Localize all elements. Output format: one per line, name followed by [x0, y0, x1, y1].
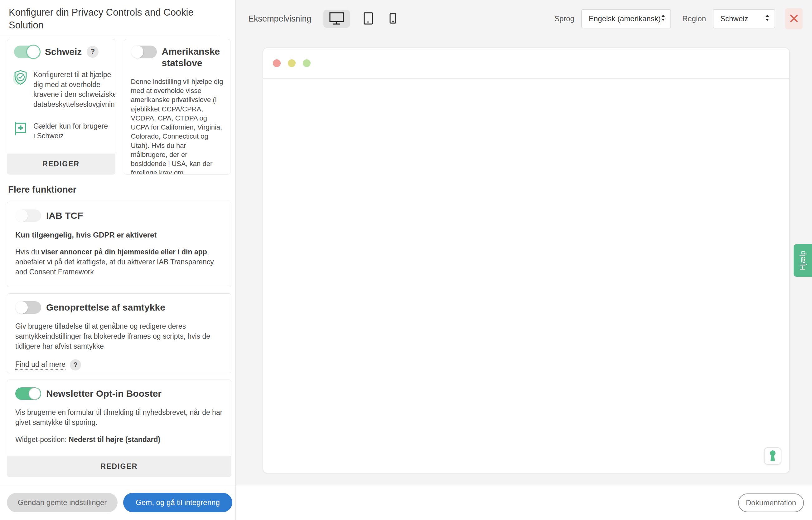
close-icon	[789, 14, 799, 24]
help-tab[interactable]: Hjælp	[793, 244, 812, 277]
panel-action-bar: Gendan gemte indstillinger Gem, og gå ti…	[0, 485, 235, 520]
close-button[interactable]	[785, 8, 803, 29]
browser-viewport	[263, 79, 789, 473]
preview-panel: Eksempelvisning	[236, 0, 812, 520]
desktop-icon	[329, 12, 344, 26]
tablet-icon	[364, 12, 373, 26]
toggle-knob	[15, 209, 28, 222]
widget-position-line: Widget-position: Nederst til højre (stan…	[15, 435, 223, 444]
preview-footer: Dokumentation	[236, 485, 812, 520]
select-arrows-icon	[765, 14, 769, 23]
toggle-knob	[15, 301, 28, 314]
card-newsletter-booster: Newsletter Opt-in Booster Vis brugerne e…	[7, 380, 231, 477]
app-window: Konfigurer din Privacy Controls and Cook…	[0, 0, 812, 520]
swiss-flag-icon	[14, 122, 27, 141]
config-panel: Konfigurer din Privacy Controls and Cook…	[0, 0, 236, 520]
schweiz-help-icon[interactable]: ?	[87, 46, 99, 58]
device-tablet-button[interactable]	[361, 10, 376, 28]
language-label: Sprog	[554, 15, 575, 23]
keyhole-icon	[769, 450, 777, 462]
device-desktop-button[interactable]	[324, 10, 350, 28]
schweiz-edit-button[interactable]: REDIGER	[7, 154, 115, 174]
window-dot-green	[303, 59, 311, 67]
card-iab-tcf: IAB TCF Kun tilgængelig, hvis GDPR er ak…	[7, 202, 231, 287]
window-dot-yellow	[288, 59, 296, 67]
newsletter-description: Vis brugerne en formular til tilmelding …	[15, 407, 223, 427]
regulation-cards-row: Schweiz ?	[7, 39, 230, 175]
preview-label: Eksempelvisning	[248, 14, 311, 24]
learn-more-link[interactable]: Find ud af mere	[15, 360, 65, 370]
schweiz-audience-text: Gælder kun for brugere i Schweiz	[33, 122, 108, 141]
consent-recovery-help-icon[interactable]: ?	[70, 359, 81, 370]
preview-toolbar: Eksempelvisning	[236, 0, 812, 37]
consent-recovery-card-title: Genoprettelse af samtykke	[46, 302, 165, 313]
schweiz-card-title: Schweiz	[45, 46, 82, 58]
newsletter-toggle[interactable]	[15, 387, 41, 400]
browser-chrome	[263, 48, 789, 79]
toggle-knob	[131, 46, 143, 58]
section-heading-more-features: Flere funktioner	[8, 184, 230, 195]
language-select[interactable]: Engelsk (amerikansk)	[581, 9, 671, 28]
iab-tcf-toggle[interactable]	[15, 209, 41, 222]
region-label: Region	[682, 15, 706, 23]
preview-area: Hjælp	[236, 37, 812, 485]
shield-check-icon	[14, 70, 27, 109]
region-value: Schweiz	[720, 15, 748, 23]
newsletter-edit-button[interactable]: REDIGER	[7, 456, 231, 477]
toggle-knob	[29, 388, 40, 399]
select-arrows-icon	[661, 14, 666, 23]
language-value: Engelsk (amerikansk)	[589, 15, 661, 23]
device-switcher	[324, 10, 399, 28]
phone-icon	[390, 13, 396, 25]
documentation-button[interactable]: Dokumentation	[738, 493, 804, 512]
iab-tcf-card-title: IAB TCF	[46, 210, 83, 222]
device-phone-button[interactable]	[387, 10, 399, 28]
us-laws-card-title: Amerikanske statslove	[162, 46, 224, 69]
us-laws-toggle[interactable]	[131, 46, 157, 58]
window-dot-red	[273, 59, 281, 67]
iab-description: Hvis du viser annoncer på din hjemmeside…	[15, 247, 223, 277]
config-panel-content: Schweiz ?	[0, 37, 235, 485]
toggle-knob	[26, 45, 40, 59]
privacy-widget-button[interactable]	[764, 447, 781, 465]
schweiz-compliance-text: Konfigureret til at hjælpe dig med at ov…	[33, 70, 115, 109]
newsletter-card-title: Newsletter Opt-in Booster	[46, 388, 162, 399]
consent-recovery-description: Giv brugere tilladelse til at genåbne og…	[15, 321, 223, 352]
schweiz-compliance-item: Konfigureret til at hjælpe dig med at ov…	[14, 70, 108, 109]
card-schweiz: Schweiz ?	[7, 39, 115, 175]
us-laws-description: Denne indstilling vil hjælpe dig med at …	[131, 77, 224, 175]
card-us-state-laws: Amerikanske statslove Denne indstilling …	[124, 39, 231, 175]
card-consent-recovery: Genoprettelse af samtykke Giv brugere ti…	[7, 293, 231, 373]
consent-recovery-toggle[interactable]	[15, 301, 41, 314]
schweiz-toggle[interactable]	[14, 46, 40, 58]
region-select[interactable]: Schweiz	[713, 9, 775, 28]
browser-mockup	[262, 48, 790, 473]
save-and-integrate-button[interactable]: Gem, og gå til integrering	[123, 493, 232, 512]
iab-availability-note: Kun tilgængelig, hvis GDPR er aktiveret	[15, 231, 223, 239]
schweiz-audience-item: Gælder kun for brugere i Schweiz	[14, 122, 108, 141]
restore-settings-button[interactable]: Gendan gemte indstillinger	[7, 493, 117, 512]
page-title: Konfigurer din Privacy Controls and Cook…	[0, 0, 218, 37]
